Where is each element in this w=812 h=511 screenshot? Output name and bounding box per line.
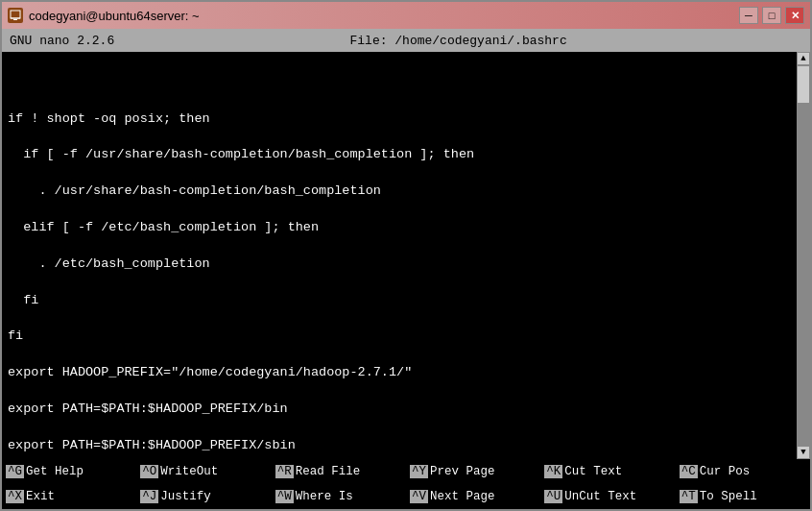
terminal-window: codegyani@ubuntu64server: ~ ─ □ ✕ GNU na… xyxy=(0,0,812,511)
status-writeout[interactable]: ^O WriteOut xyxy=(136,459,271,484)
key-cut-text: ^K xyxy=(544,465,562,478)
status-get-help[interactable]: ^G Get Help xyxy=(2,459,136,484)
code-line-4: . /usr/share/bash-completion/bash_comple… xyxy=(8,182,791,201)
nano-header: GNU nano 2.2.6 File: /home/codegyani/.ba… xyxy=(2,29,810,52)
label-where-is: Where Is xyxy=(296,490,353,503)
minimize-button[interactable]: ─ xyxy=(739,7,758,24)
status-next-page[interactable]: ^V Next Page xyxy=(406,484,540,509)
status-row-2: ^X Exit ^J Justify ^W Where Is ^V Next P… xyxy=(2,484,810,509)
key-cur-pos: ^C xyxy=(680,465,698,478)
label-exit: Exit xyxy=(26,490,55,503)
key-writeout: ^O xyxy=(140,465,158,478)
svg-rect-0 xyxy=(11,11,20,18)
scrollbar-track[interactable] xyxy=(797,65,810,446)
scrollbar[interactable]: ▲ ▼ xyxy=(797,52,810,459)
key-uncut-text: ^U xyxy=(544,490,562,503)
title-bar: codegyani@ubuntu64server: ~ ─ □ ✕ xyxy=(2,2,810,29)
window-title: codegyani@ubuntu64server: ~ xyxy=(29,9,200,23)
scroll-up-arrow[interactable]: ▲ xyxy=(797,52,810,65)
code-line-10: export PATH=$PATH:$HADOOP_PREFIX/bin xyxy=(8,401,791,419)
key-to-spell: ^T xyxy=(680,490,698,503)
code-line-9: export HADOOP_PREFIX="/home/codegyani/ha… xyxy=(8,364,791,382)
status-row-1: ^G Get Help ^O WriteOut ^R Read File ^Y … xyxy=(2,459,810,484)
label-cur-pos: Cur Pos xyxy=(700,465,751,478)
key-next-page: ^V xyxy=(410,490,428,503)
key-prev-page: ^Y xyxy=(410,465,428,478)
code-line-11: export PATH=$PATH:$HADOOP_PREFIX/sbin xyxy=(8,437,791,455)
key-where-is: ^W xyxy=(275,490,294,503)
label-cut-text: Cut Text xyxy=(564,465,622,478)
key-exit: ^X xyxy=(6,490,24,503)
key-justify: ^J xyxy=(140,490,158,503)
scrollbar-thumb[interactable] xyxy=(797,65,810,104)
maximize-button[interactable]: □ xyxy=(762,7,781,24)
label-get-help: Get Help xyxy=(26,465,84,478)
label-prev-page: Prev Page xyxy=(430,465,495,478)
label-read-file: Read File xyxy=(296,465,361,478)
title-bar-left: codegyani@ubuntu64server: ~ xyxy=(8,8,200,23)
status-where-is[interactable]: ^W Where Is xyxy=(272,484,406,509)
status-exit[interactable]: ^X Exit xyxy=(2,484,136,509)
nano-version: GNU nano 2.2.6 xyxy=(10,34,114,48)
status-justify[interactable]: ^J Justify xyxy=(136,484,271,509)
window-controls: ─ □ ✕ xyxy=(739,7,804,24)
label-uncut-text: UnCut Text xyxy=(564,490,636,503)
nano-file: File: /home/codegyani/.bashrc xyxy=(349,34,566,48)
status-to-spell[interactable]: ^T To Spell xyxy=(676,484,810,509)
close-button[interactable]: ✕ xyxy=(785,7,804,24)
scroll-down-arrow[interactable]: ▼ xyxy=(797,446,810,459)
status-prev-page[interactable]: ^Y Prev Page xyxy=(406,459,540,484)
key-read-file: ^R xyxy=(275,465,294,478)
svg-rect-2 xyxy=(13,19,17,20)
code-line-6: . /etc/bash_completion xyxy=(8,256,791,274)
code-line-2: if ! shopt -oq posix; then xyxy=(8,110,791,129)
label-to-spell: To Spell xyxy=(700,490,757,503)
status-cut-text[interactable]: ^K Cut Text xyxy=(540,459,675,484)
code-line-1 xyxy=(8,74,791,92)
editor-content[interactable]: if ! shopt -oq posix; then if [ -f /usr/… xyxy=(2,52,797,459)
status-read-file[interactable]: ^R Read File xyxy=(272,459,406,484)
label-next-page: Next Page xyxy=(430,490,495,503)
status-cur-pos[interactable]: ^C Cur Pos xyxy=(676,459,810,484)
editor-container: if ! shopt -oq posix; then if [ -f /usr/… xyxy=(2,52,810,459)
status-bar: ^G Get Help ^O WriteOut ^R Read File ^Y … xyxy=(2,459,810,509)
key-get-help: ^G xyxy=(6,465,24,478)
terminal-icon xyxy=(8,8,23,23)
code-line-3: if [ -f /usr/share/bash-completion/bash_… xyxy=(8,146,791,164)
code-line-7: fi xyxy=(8,292,791,310)
label-writeout: WriteOut xyxy=(160,465,218,478)
status-uncut-text[interactable]: ^U UnCut Text xyxy=(540,484,675,509)
label-justify: Justify xyxy=(160,490,211,503)
code-line-8: fi xyxy=(8,328,791,346)
code-line-5: elif [ -f /etc/bash_completion ]; then xyxy=(8,219,791,237)
